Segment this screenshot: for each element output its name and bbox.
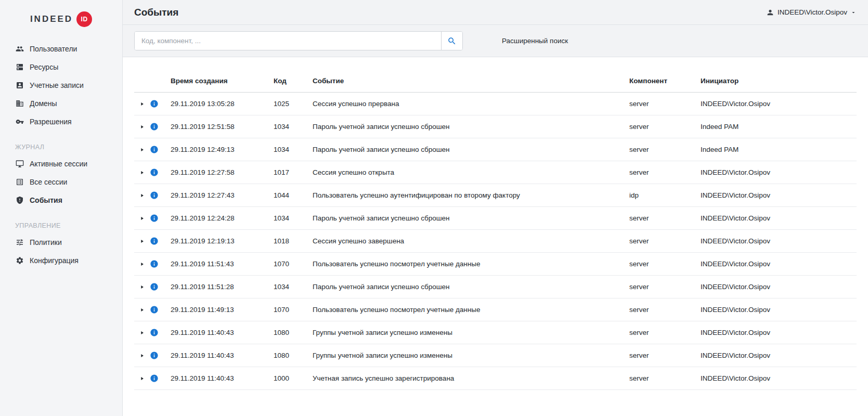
info-icon: [150, 328, 159, 337]
event-time: 29.11.2019 11:40:43: [171, 374, 274, 382]
sidebar-item-domains[interactable]: Домены: [0, 94, 122, 112]
expand-row-button[interactable]: [134, 239, 150, 244]
info-icon: [150, 168, 159, 177]
event-initiator: INDEED\Victor.Osipov: [701, 260, 857, 268]
info-button[interactable]: [150, 237, 171, 245]
info-button[interactable]: [150, 351, 171, 360]
event-component: server: [629, 352, 701, 359]
domains-icon: [15, 99, 24, 108]
column-header-component: Компонент: [629, 77, 701, 85]
table-row: 29.11.2019 11:40:43 1000 Учетная запись …: [134, 367, 857, 390]
sidebar-item-label: Пользователи: [30, 45, 77, 53]
events-table: Время создания Код Событие Компонент Ини…: [123, 57, 868, 416]
resources-icon: [15, 62, 24, 71]
table-row: 29.11.2019 12:49:13 1034 Пароль учетной …: [134, 138, 857, 161]
event-name: Сессия успешно прервана: [313, 100, 629, 108]
event-code: 1025: [274, 100, 313, 108]
sidebar-item-all-sessions[interactable]: Все сессии: [0, 173, 122, 191]
info-button[interactable]: [150, 282, 171, 291]
info-icon: [150, 99, 159, 108]
table-row: 29.11.2019 12:24:28 1034 Пароль учетной …: [134, 207, 857, 230]
chevron-down-icon: [850, 9, 857, 16]
page-title: События: [134, 7, 178, 18]
info-button[interactable]: [150, 99, 171, 108]
sidebar-item-active-sessions[interactable]: Активные сессии: [0, 154, 122, 173]
event-time: 29.11.2019 11:51:28: [171, 283, 274, 291]
expand-caret-icon: [139, 353, 145, 358]
event-code: 1034: [274, 146, 313, 153]
event-code: 1017: [274, 168, 313, 176]
info-button[interactable]: [150, 259, 171, 268]
user-name: INDEED\Victor.Osipov: [778, 8, 847, 16]
app-logo: INDEED ID: [0, 0, 122, 40]
event-name: Пароль учетной записи успешно сброшен: [313, 123, 629, 131]
expand-row-button[interactable]: [134, 193, 150, 198]
sidebar-item-accounts[interactable]: Учетные записи: [0, 76, 122, 94]
expand-row-button[interactable]: [134, 284, 150, 290]
event-name: Сессия успешно открыта: [313, 168, 629, 176]
expand-row-button[interactable]: [134, 147, 150, 152]
expand-row-button[interactable]: [134, 124, 150, 129]
table-row: 29.11.2019 11:49:13 1070 Пользователь ус…: [134, 298, 857, 321]
info-icon: [150, 191, 159, 200]
permissions-icon: [15, 117, 24, 126]
expand-row-button[interactable]: [134, 376, 150, 381]
sidebar-item-configuration[interactable]: Конфигурация: [0, 251, 122, 269]
info-button[interactable]: [150, 374, 171, 383]
event-code: 1080: [274, 352, 313, 359]
sidebar-item-label: События: [30, 196, 62, 204]
info-icon: [150, 374, 159, 383]
expand-row-button[interactable]: [134, 262, 150, 267]
info-button[interactable]: [150, 328, 171, 337]
sidebar-item-users[interactable]: Пользователи: [0, 40, 122, 58]
sidebar-item-resources[interactable]: Ресурсы: [0, 58, 122, 76]
event-name: Учетная запись успешно зарегистрирована: [313, 374, 629, 382]
column-header-event: Событие: [313, 77, 629, 85]
event-name: Пароль учетной записи успешно сброшен: [313, 146, 629, 153]
event-time: 29.11.2019 12:19:13: [171, 237, 274, 245]
info-button[interactable]: [150, 145, 171, 154]
logo-text: INDEED: [30, 14, 73, 24]
event-name: Пользователь успешно посмотрел учетные д…: [313, 306, 629, 314]
logo-id-badge: ID: [76, 11, 92, 27]
info-button[interactable]: [150, 214, 171, 223]
expand-caret-icon: [139, 284, 145, 290]
info-button[interactable]: [150, 122, 171, 131]
advanced-search-link[interactable]: Расширенный поиск: [502, 37, 568, 45]
user-icon: [766, 8, 774, 17]
event-name: Пароль учетной записи успешно сброшен: [313, 214, 629, 222]
sidebar-item-policies[interactable]: Политики: [0, 233, 122, 251]
info-button[interactable]: [150, 191, 171, 200]
expand-row-button[interactable]: [134, 216, 150, 221]
expand-row-button[interactable]: [134, 307, 150, 313]
search-button[interactable]: [441, 32, 462, 50]
event-code: 1034: [274, 123, 313, 131]
event-name: Группы учетной записи успешно изменены: [313, 329, 629, 336]
event-component: server: [629, 329, 701, 336]
expand-row-button[interactable]: [134, 101, 150, 107]
sidebar-item-permissions[interactable]: Разрешения: [0, 112, 122, 131]
table-row: 29.11.2019 11:51:43 1070 Пользователь ус…: [134, 253, 857, 276]
event-component: server: [629, 146, 701, 153]
event-component: server: [629, 100, 701, 108]
event-name: Группы учетной записи успешно изменены: [313, 352, 629, 359]
event-name: Пароль учетной записи успешно сброшен: [313, 283, 629, 291]
info-button[interactable]: [150, 168, 171, 177]
search-group: [134, 31, 463, 50]
event-time: 29.11.2019 11:40:43: [171, 329, 274, 336]
event-time: 29.11.2019 12:49:13: [171, 146, 274, 153]
info-icon: [150, 214, 159, 223]
expand-row-button[interactable]: [134, 330, 150, 335]
table-row: 29.11.2019 12:27:43 1044 Пользователь ус…: [134, 184, 857, 207]
info-button[interactable]: [150, 305, 171, 314]
expand-row-button[interactable]: [134, 170, 150, 175]
expand-caret-icon: [139, 193, 145, 198]
user-menu[interactable]: INDEED\Victor.Osipov: [766, 8, 857, 17]
search-input[interactable]: [135, 32, 441, 50]
expand-row-button[interactable]: [134, 353, 150, 358]
event-time: 29.11.2019 12:27:43: [171, 191, 274, 199]
sidebar-item-events[interactable]: События: [0, 191, 122, 209]
sidebar-item-label: Все сессии: [30, 178, 67, 186]
expand-caret-icon: [139, 307, 145, 313]
expand-caret-icon: [139, 147, 145, 152]
